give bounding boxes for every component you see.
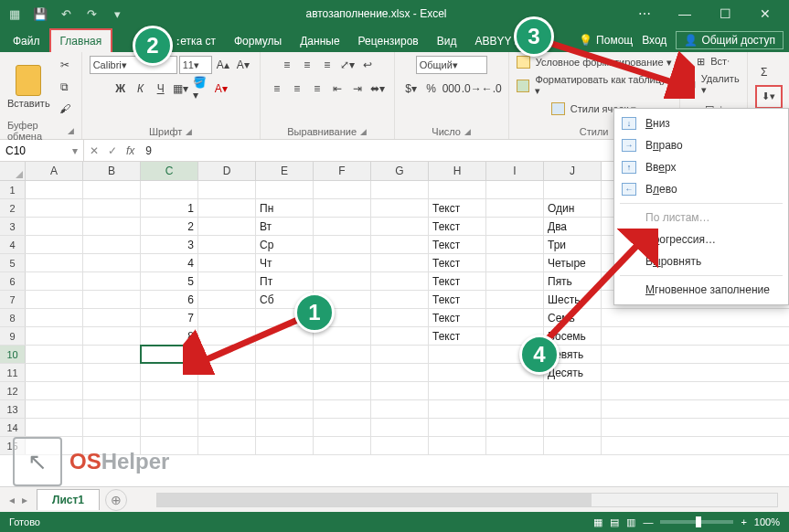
- cell[interactable]: [198, 400, 256, 418]
- align-bottom-icon[interactable]: ≡: [318, 56, 336, 74]
- comma-icon[interactable]: 000: [442, 80, 461, 98]
- delete-cells-button[interactable]: ⊟ Удалить ▾: [688, 73, 740, 96]
- row-header[interactable]: 14: [0, 419, 26, 436]
- zoom-level[interactable]: 100%: [754, 516, 780, 527]
- row-header[interactable]: 7: [0, 291, 26, 308]
- cell[interactable]: [26, 327, 83, 345]
- cell[interactable]: [83, 236, 141, 253]
- fill-button[interactable]: ⬇▾: [755, 85, 783, 109]
- cell[interactable]: [486, 400, 544, 418]
- borders-button[interactable]: ▦▾: [172, 80, 190, 98]
- zoom-in-icon[interactable]: +: [741, 516, 746, 527]
- cell[interactable]: Вт: [256, 218, 314, 235]
- wrap-text-icon[interactable]: ↩: [358, 56, 377, 74]
- cell[interactable]: [26, 364, 83, 381]
- cut-icon[interactable]: ✂: [56, 56, 74, 74]
- cell[interactable]: [26, 291, 83, 308]
- cell[interactable]: [141, 181, 198, 198]
- cell[interactable]: [314, 400, 371, 418]
- cell[interactable]: [26, 272, 83, 290]
- cell[interactable]: Пн: [256, 199, 314, 217]
- cell[interactable]: [26, 218, 83, 235]
- cell[interactable]: [314, 382, 371, 399]
- align-left-icon[interactable]: ≡: [268, 80, 286, 98]
- select-all-corner[interactable]: [0, 162, 26, 180]
- cell[interactable]: [83, 309, 141, 326]
- cell[interactable]: [256, 437, 314, 454]
- undo-icon[interactable]: ↶: [55, 3, 77, 25]
- cell[interactable]: [83, 364, 141, 381]
- cell[interactable]: [371, 218, 429, 235]
- tab-view[interactable]: Вид: [428, 30, 466, 52]
- cell[interactable]: [83, 254, 141, 271]
- ribbon-options-icon[interactable]: ⋯: [624, 0, 665, 27]
- cell[interactable]: 5: [141, 272, 198, 290]
- row-header[interactable]: 12: [0, 382, 26, 399]
- increase-font-icon[interactable]: A▴: [214, 56, 232, 74]
- redo-icon[interactable]: ↷: [80, 3, 102, 25]
- minimize-icon[interactable]: —: [665, 0, 705, 27]
- cell[interactable]: [429, 346, 486, 363]
- cell[interactable]: [314, 346, 371, 363]
- tab-data[interactable]: Данные: [291, 30, 348, 52]
- dialog-launcher-icon[interactable]: ◢: [360, 127, 367, 136]
- cell[interactable]: [141, 382, 198, 399]
- column-header[interactable]: I: [486, 162, 544, 180]
- cell[interactable]: [371, 346, 429, 363]
- cell[interactable]: [371, 236, 429, 253]
- cell[interactable]: [371, 419, 429, 436]
- save-icon[interactable]: 💾: [29, 3, 51, 25]
- cell[interactable]: [371, 291, 429, 308]
- cell[interactable]: [544, 419, 602, 436]
- autosum-button[interactable]: Σ: [755, 63, 773, 81]
- fx-icon[interactable]: fx: [126, 144, 134, 157]
- cell[interactable]: [198, 254, 256, 271]
- new-sheet-button[interactable]: ⊕: [105, 489, 127, 511]
- row-header[interactable]: 9: [0, 327, 26, 345]
- cell[interactable]: [544, 437, 602, 454]
- cell[interactable]: [83, 419, 141, 436]
- increase-decimal-icon[interactable]: .0→: [463, 80, 481, 98]
- cell[interactable]: [26, 382, 83, 399]
- column-header[interactable]: F: [314, 162, 371, 180]
- cell[interactable]: [83, 327, 141, 345]
- orientation-icon[interactable]: ⤢▾: [338, 56, 357, 74]
- row-header[interactable]: 4: [0, 236, 26, 253]
- cell[interactable]: [544, 400, 602, 418]
- column-header[interactable]: C: [141, 162, 198, 180]
- cell[interactable]: [314, 419, 371, 436]
- zoom-out-icon[interactable]: —: [643, 516, 653, 527]
- cell[interactable]: [198, 382, 256, 399]
- cell[interactable]: [371, 254, 429, 271]
- cell[interactable]: Текст: [429, 199, 486, 217]
- cell[interactable]: [141, 419, 198, 436]
- cell[interactable]: [83, 199, 141, 217]
- cell[interactable]: [314, 181, 371, 198]
- column-header[interactable]: D: [198, 162, 256, 180]
- cell[interactable]: Пт: [256, 272, 314, 290]
- number-format-combo[interactable]: Общий ▾: [416, 56, 487, 74]
- tab-formulas[interactable]: Формулы: [225, 30, 291, 52]
- fill-down-item[interactable]: ↓Вниз: [614, 112, 788, 134]
- insert-cells-button[interactable]: ⊞ Встᐧ: [697, 56, 730, 68]
- cell[interactable]: [26, 181, 83, 198]
- cell[interactable]: [26, 309, 83, 326]
- accounting-icon[interactable]: $▾: [402, 80, 421, 98]
- cell[interactable]: [371, 382, 429, 399]
- row-header[interactable]: 2: [0, 199, 26, 217]
- dialog-launcher-icon[interactable]: ◢: [464, 127, 471, 136]
- cell[interactable]: [256, 181, 314, 198]
- cell[interactable]: [83, 382, 141, 399]
- italic-button[interactable]: К: [132, 80, 150, 98]
- cell[interactable]: [256, 400, 314, 418]
- cell[interactable]: [198, 419, 256, 436]
- cell[interactable]: [486, 236, 544, 253]
- cell[interactable]: [486, 437, 544, 454]
- cell[interactable]: [544, 181, 602, 198]
- decrease-font-icon[interactable]: A▾: [234, 56, 252, 74]
- align-top-icon[interactable]: ≡: [278, 56, 296, 74]
- cell[interactable]: [371, 400, 429, 418]
- cell[interactable]: [486, 254, 544, 271]
- cell[interactable]: Текст: [429, 254, 486, 271]
- align-center-icon[interactable]: ≡: [288, 80, 306, 98]
